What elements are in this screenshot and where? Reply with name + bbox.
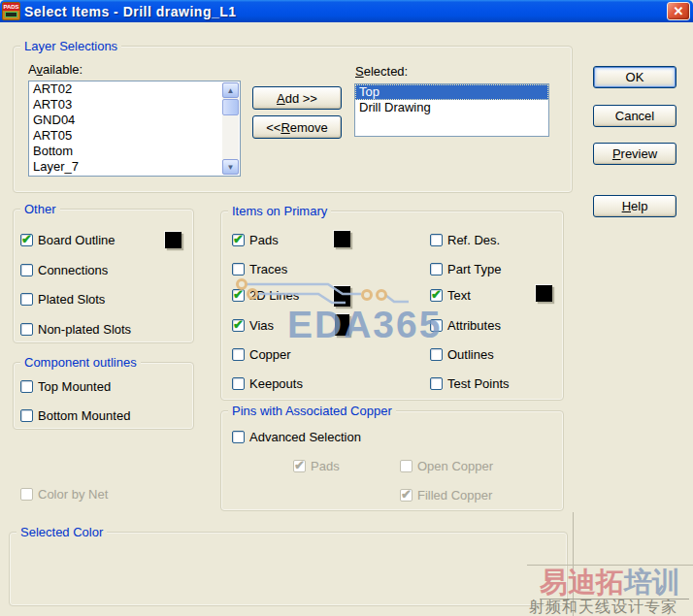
selected-layers-list[interactable]: Top Drill Drawing	[354, 83, 549, 137]
cancel-button[interactable]: Cancel	[593, 105, 676, 127]
checkbox-keepouts[interactable]: Keepouts	[232, 376, 303, 391]
checkbox[interactable]	[430, 377, 443, 390]
checkbox-2d-lines[interactable]: 2D Lines	[232, 288, 299, 303]
watermark-vertical-line	[573, 512, 574, 616]
checkbox[interactable]	[20, 323, 33, 336]
label-mnemonic: A	[277, 91, 285, 106]
checkbox-label: Top Mounted	[38, 379, 111, 394]
checkbox-non-plated-slots[interactable]: Non-plated Slots	[20, 322, 131, 337]
checkbox[interactable]	[20, 380, 33, 393]
selected-label: Selected:	[355, 64, 408, 79]
preview-button[interactable]: Preview	[593, 143, 676, 165]
checkbox-part-type[interactable]: Part Type	[430, 262, 501, 276]
list-item-selected[interactable]: Top	[355, 84, 548, 100]
checkbox-bottom-mounted[interactable]: Bottom Mounted	[20, 408, 130, 423]
scroll-up-icon[interactable]: ▲	[222, 82, 239, 98]
checkbox-outlines[interactable]: Outlines	[430, 347, 494, 362]
checkbox-vias[interactable]: Vias	[232, 318, 274, 333]
available-label: Available:	[28, 62, 82, 77]
label-text: elected:	[364, 64, 409, 79]
checkbox-label: Color by Net	[38, 487, 108, 502]
checkbox-copper[interactable]: Copper	[232, 347, 291, 362]
available-layers-list[interactable]: ART02 ART03 GND04 ART05 Bottom Layer_7 ▲…	[28, 81, 241, 177]
checkbox[interactable]	[430, 234, 443, 246]
checkbox[interactable]	[232, 348, 245, 361]
color-swatch-2d-lines[interactable]	[334, 286, 350, 307]
pins-with-copper-label: Pins with Associated Copper	[228, 404, 396, 418]
checkbox-label: Text	[447, 288, 471, 303]
checkbox-label: Board Outline	[38, 233, 116, 247]
checkbox-pads[interactable]: Pads	[232, 233, 279, 247]
checkbox-open-copper: Open Copper	[400, 459, 493, 473]
selected-color-label: Selected Color	[16, 525, 107, 539]
label-text: <<	[266, 120, 280, 135]
checkbox[interactable]	[20, 293, 33, 306]
checkbox	[400, 460, 412, 472]
checkbox[interactable]	[430, 263, 443, 276]
checkbox-filled-copper: Filled Copper	[400, 488, 492, 503]
title-bar[interactable]: PADS Select Items - Drill drawing_L1 ✕	[0, 0, 693, 22]
checkbox-label: Outlines	[447, 347, 494, 362]
checkbox-traces[interactable]: Traces	[232, 262, 287, 276]
checkbox-top-mounted[interactable]: Top Mounted	[20, 379, 111, 394]
checkbox[interactable]	[430, 289, 443, 302]
vertical-scrollbar[interactable]: ▲ ▼	[222, 82, 239, 175]
checkbox[interactable]	[430, 319, 443, 332]
list-item[interactable]: ART02	[29, 81, 240, 97]
checkbox[interactable]	[232, 234, 245, 246]
checkbox-label: Traces	[249, 262, 287, 276]
checkbox-label: Advanced Selection	[249, 430, 361, 444]
pins-with-copper-group: Pins with Associated Copper	[220, 410, 564, 511]
list-item[interactable]: Layer_7	[29, 159, 240, 175]
checkbox[interactable]	[430, 348, 443, 361]
checkbox	[20, 488, 33, 501]
close-icon[interactable]: ✕	[667, 2, 690, 20]
layer-selections-label: Layer Selections	[20, 39, 121, 53]
checkbox[interactable]	[232, 377, 245, 390]
checkbox[interactable]	[232, 263, 245, 276]
checkbox	[400, 489, 412, 502]
list-item[interactable]: Bottom	[29, 144, 240, 159]
checkbox-text[interactable]: Text	[430, 288, 471, 303]
remove-button[interactable]: <<Remove	[252, 115, 342, 139]
checkbox-connections[interactable]: Connections	[20, 263, 108, 277]
label-text: emove	[290, 120, 328, 135]
pads-icon-screen	[5, 12, 17, 17]
checkbox-color-by-net: Color by Net	[20, 487, 108, 502]
checkbox-label: Keepouts	[249, 376, 303, 391]
list-item[interactable]: ART03	[29, 97, 240, 113]
checkbox[interactable]	[20, 234, 33, 246]
window-title: Select Items - Drill drawing_L1	[24, 4, 237, 19]
ok-button[interactable]: OK	[593, 66, 676, 88]
scroll-down-icon[interactable]: ▼	[222, 159, 239, 175]
checkbox-label: Plated Slots	[38, 292, 105, 307]
checkbox-test-points[interactable]: Test Points	[430, 376, 510, 391]
label-text: elp	[631, 199, 647, 213]
checkbox-ref-des[interactable]: Ref. Des.	[430, 233, 500, 247]
help-button[interactable]: Help	[593, 195, 676, 217]
checkbox-advanced-selection[interactable]: Advanced Selection	[232, 430, 361, 444]
list-item[interactable]: GND04	[29, 113, 240, 128]
scrollbar-thumb[interactable]	[222, 99, 239, 115]
color-swatch-vias[interactable]	[335, 314, 349, 336]
checkbox[interactable]	[232, 319, 245, 332]
label-mnemonic: S	[355, 64, 364, 79]
checkbox[interactable]	[20, 264, 33, 276]
add-button[interactable]: Add >>	[252, 86, 342, 110]
list-item[interactable]: ART05	[29, 128, 240, 144]
checkbox[interactable]	[232, 289, 245, 302]
color-swatch-board-outline[interactable]	[165, 232, 182, 248]
checkbox-plated-slots[interactable]: Plated Slots	[20, 292, 105, 307]
checkbox[interactable]	[20, 409, 33, 422]
checkbox-attributes[interactable]: Attributes	[430, 318, 501, 333]
color-swatch-pads[interactable]	[334, 231, 350, 247]
checkbox-board-outline[interactable]: Board Outline	[20, 233, 116, 247]
checkbox[interactable]	[232, 431, 245, 443]
list-item[interactable]: Drill Drawing	[355, 100, 548, 115]
label-text: dd >>	[285, 91, 317, 106]
checkbox-label: Ref. Des.	[447, 233, 500, 247]
color-swatch-text[interactable]	[536, 285, 552, 302]
items-on-primary-label: Items on Primary	[228, 204, 331, 218]
pads-icon-text: PADS	[3, 3, 19, 11]
checkbox-label: Connections	[38, 263, 108, 277]
